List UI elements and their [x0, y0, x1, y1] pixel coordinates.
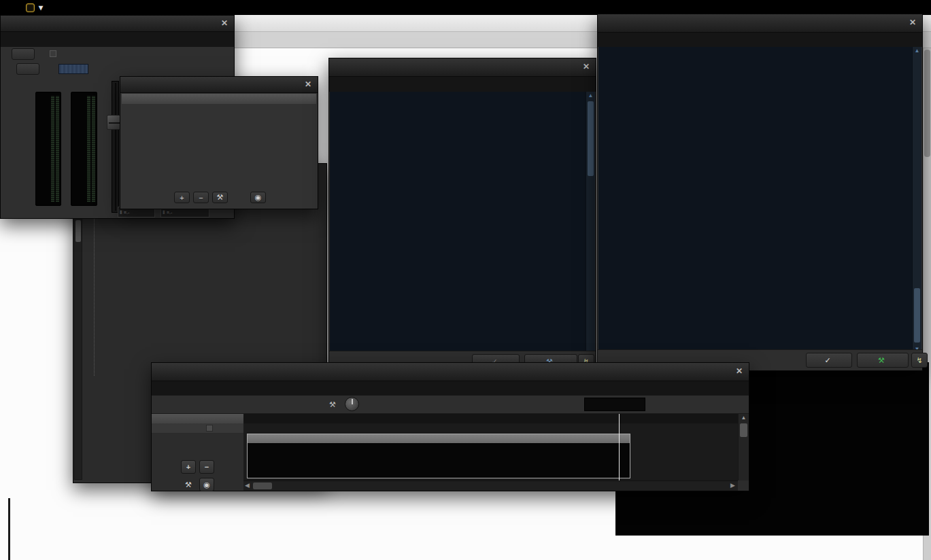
playhead[interactable]: [619, 423, 620, 480]
hscroll-thumb[interactable]: [253, 483, 272, 489]
close-icon[interactable]: ✕: [305, 80, 311, 88]
mellite-logo: [26, 3, 35, 12]
check-icon: ✓: [824, 356, 830, 365]
scroll-left-icon[interactable]: ◀: [245, 482, 250, 489]
timeline-toolbar: ⚒: [152, 396, 749, 414]
done-code-window: ✕ ▲ ▼ ✓ ⚒ ↯: [597, 14, 923, 371]
attributes-window: ✕ + − ⚒ ◉: [120, 76, 318, 209]
code-editor[interactable]: [598, 47, 912, 353]
tree-scrollbar-thumb[interactable]: [75, 220, 81, 242]
tree-guide-line: [94, 209, 95, 376]
timeline-left-panel: + −: [152, 434, 243, 480]
track-header-row: [152, 414, 243, 423]
audio-stop-button[interactable]: [16, 63, 39, 75]
volume-fader-track[interactable]: [112, 81, 119, 213]
audio-region[interactable]: [247, 434, 630, 478]
find-pauses-titlebar[interactable]: ✕: [329, 58, 596, 77]
timeline-menubar: [152, 381, 749, 396]
firefox-scrollbar-thumb[interactable]: [924, 50, 930, 157]
close-icon[interactable]: ✕: [583, 63, 590, 71]
level-meter-left: [35, 92, 61, 206]
apply-button[interactable]: ✓: [806, 353, 852, 368]
code-editor[interactable]: [330, 92, 586, 351]
time-display: [584, 398, 645, 411]
done-menubar: [598, 33, 922, 47]
track-view-button[interactable]: ◉: [199, 478, 214, 491]
close-icon[interactable]: ✕: [736, 367, 743, 375]
code-scrollbar[interactable]: ▲: [586, 92, 595, 351]
track-row[interactable]: [152, 423, 243, 434]
execute-button[interactable]: ↯: [911, 353, 928, 368]
close-icon[interactable]: ✕: [221, 19, 228, 27]
mellite-menubar: [1, 32, 234, 47]
timeline-vscrollbar[interactable]: ▲: [738, 414, 749, 480]
add-attribute-button[interactable]: +: [174, 192, 190, 203]
app-menu-button[interactable]: ▾: [39, 3, 43, 12]
close-icon[interactable]: ✕: [909, 18, 916, 27]
mellite-titlebar[interactable]: ✕: [1, 16, 234, 32]
hammer-icon: ⚒: [878, 356, 885, 365]
attributes-table-header: [122, 94, 316, 104]
timeline-hscrollbar[interactable]: ◀ ▶: [243, 480, 738, 491]
done-titlebar[interactable]: ✕: [598, 14, 922, 33]
timeline-settings-button[interactable]: ⚒: [326, 398, 339, 411]
remove-attribute-button[interactable]: −: [193, 192, 209, 203]
timeline-window: ✕ ⚒ + − ⚒ ◉ ▲ ◀: [151, 362, 749, 491]
attributes-titlebar[interactable]: ✕: [120, 77, 318, 93]
add-track-button[interactable]: +: [181, 460, 196, 474]
view-attribute-button[interactable]: ◉: [250, 192, 266, 203]
playhead-ruler-mark: [619, 414, 620, 423]
timeline-knob[interactable]: [345, 397, 359, 411]
timeline-ruler[interactable]: [243, 414, 738, 423]
track-settings-button[interactable]: ⚒: [181, 478, 196, 491]
level-meter-right: [71, 92, 97, 206]
edit-attribute-button[interactable]: ⚒: [212, 192, 228, 203]
gnome-top-bar: ▾: [0, 0, 931, 15]
compile-button[interactable]: ⚒: [857, 353, 909, 368]
tree-scrollbar[interactable]: [74, 213, 82, 480]
find-pauses-code-window: ✕ ▲ ✓ ⚒ ↯: [328, 58, 596, 372]
code-scrollbar[interactable]: ▲ ▼: [912, 47, 921, 353]
dsp-load-meter: [58, 64, 88, 74]
track-mute-checkbox[interactable]: [206, 425, 213, 432]
scroll-right-icon[interactable]: ▶: [730, 482, 735, 489]
firefox-window-edge: [8, 498, 10, 560]
sonogram: [248, 443, 630, 478]
remove-track-button[interactable]: −: [199, 460, 214, 474]
timeline-titlebar[interactable]: ✕: [152, 363, 749, 381]
find-pauses-menubar: [329, 77, 596, 92]
sensors-start-button[interactable]: [12, 48, 35, 60]
timeline-lanes[interactable]: [243, 423, 738, 480]
region-title[interactable]: [248, 434, 630, 443]
dump-checkbox[interactable]: [50, 50, 56, 57]
